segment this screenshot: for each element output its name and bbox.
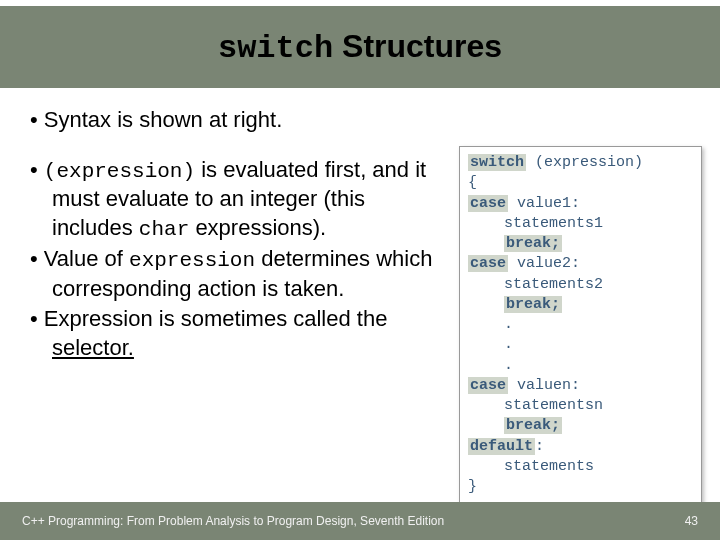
kw-switch: switch — [468, 154, 526, 171]
code-line-3: case value1: — [468, 194, 693, 214]
code-line-5: break; — [468, 234, 693, 254]
bullet-3-text1: Value of — [44, 246, 129, 271]
title-keyword: switch — [218, 30, 333, 67]
code-line-17: } — [468, 477, 693, 497]
bullet-1: Syntax is shown at right. — [30, 106, 690, 134]
slide-title: switch Structures — [218, 28, 502, 67]
code-line-12: case valuen: — [468, 376, 693, 396]
content-area: Syntax is shown at right. (expression) i… — [0, 88, 720, 362]
code-line-1: switch (expression) — [468, 153, 693, 173]
kw-breakn: break; — [504, 417, 562, 434]
footer-band: C++ Programming: From Problem Analysis t… — [0, 502, 720, 540]
bullet-2-text2: expressions). — [189, 215, 326, 240]
code-l12b: valuen: — [508, 377, 580, 394]
code-l14a — [468, 417, 504, 434]
code-line-13: statementsn — [468, 396, 693, 416]
bullet-list: (expression) is evaluated first, and it … — [30, 156, 448, 362]
code-l1b: (expression) — [526, 154, 643, 171]
bullet-4-text: Expression is sometimes called the — [44, 306, 388, 331]
bullet-2: (expression) is evaluated first, and it … — [30, 156, 448, 244]
code-line-9: . — [468, 315, 693, 335]
page-number: 43 — [685, 514, 698, 528]
title-rest: Structures — [333, 28, 502, 64]
code-line-11: . — [468, 356, 693, 376]
code-line-15: default: — [468, 437, 693, 457]
code-figure: switch (expression) { case value1: state… — [459, 146, 702, 506]
bullet-4: Expression is sometimes called the selec… — [30, 305, 448, 361]
code-line-6: case value2: — [468, 254, 693, 274]
code-line-14: break; — [468, 416, 693, 436]
kw-case1: case — [468, 195, 508, 212]
kw-case2: case — [468, 255, 508, 272]
footer-text: C++ Programming: From Problem Analysis t… — [22, 514, 444, 528]
code-line-7: statements2 — [468, 275, 693, 295]
code-l6b: value2: — [508, 255, 580, 272]
code-line-8: break; — [468, 295, 693, 315]
code-line-10: . — [468, 335, 693, 355]
kw-break2: break; — [504, 296, 562, 313]
code-line-4: statements1 — [468, 214, 693, 234]
title-band: switch Structures — [0, 6, 720, 88]
code-l5a — [468, 235, 504, 252]
bullet-3-code: expression — [129, 249, 255, 272]
code-l8a — [468, 296, 504, 313]
kw-casen: case — [468, 377, 508, 394]
kw-break1: break; — [504, 235, 562, 252]
bullet-2-code2: char — [139, 218, 189, 241]
kw-default: default — [468, 438, 535, 455]
bullet-1-text: Syntax is shown at right. — [44, 107, 282, 132]
code-line-16: statements — [468, 457, 693, 477]
code-l3b: value1: — [508, 195, 580, 212]
bullet-3: Value of expression determines which cor… — [30, 245, 448, 303]
bullet-4-selector: selector. — [52, 335, 134, 360]
bullet-2-code1: (expression) — [44, 160, 195, 183]
code-line-2: { — [468, 173, 693, 193]
code-l15b: : — [535, 438, 544, 455]
